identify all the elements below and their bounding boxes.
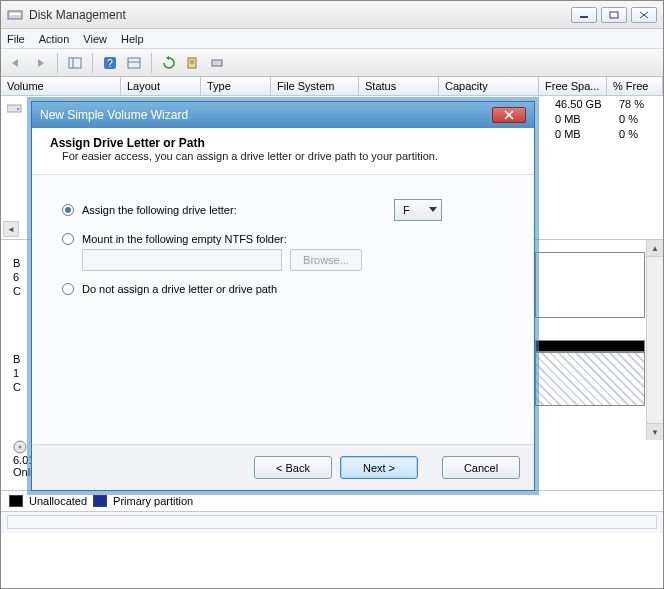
scroll-down-icon[interactable]: ▼ — [647, 423, 663, 440]
svg-rect-6 — [69, 58, 81, 68]
col-layout[interactable]: Layout — [121, 77, 201, 95]
menu-file[interactable]: File — [7, 33, 25, 45]
row0-pct: 78 % — [617, 98, 663, 113]
svg-rect-15 — [212, 60, 222, 66]
back-icon[interactable] — [5, 52, 27, 74]
v-scrollbar[interactable]: ▲ ▼ — [646, 240, 663, 440]
cancel-button[interactable]: Cancel — [442, 456, 520, 479]
show-hide-tree-icon[interactable] — [64, 52, 86, 74]
legend-primary: Primary partition — [113, 495, 193, 507]
legend: Unallocated Primary partition — [1, 490, 663, 511]
svg-rect-10 — [128, 58, 140, 68]
col-status[interactable]: Status — [359, 77, 439, 95]
option-no-letter-row[interactable]: Do not assign a drive letter or drive pa… — [62, 283, 510, 295]
row2-pct: 0 % — [617, 128, 663, 143]
close-button[interactable] — [631, 7, 657, 23]
status-bar — [1, 511, 663, 533]
svg-rect-1 — [10, 13, 20, 15]
back-button[interactable]: < Back — [254, 456, 332, 479]
row1-pct: 0 % — [617, 113, 663, 128]
dialog-title-bar[interactable]: New Simple Volume Wizard — [32, 102, 534, 128]
drive-letter-value: F — [403, 204, 410, 216]
disk0-stub: B 6 C — [13, 256, 21, 298]
volume-list-header: Volume Layout Type File System Status Ca… — [1, 77, 663, 96]
settings-icon[interactable] — [123, 52, 145, 74]
browse-button: Browse... — [290, 249, 362, 271]
svg-rect-3 — [610, 12, 618, 18]
row0-free: 46.50 GB — [549, 98, 617, 113]
cdrom-icon — [13, 440, 27, 454]
dialog-heading: Assign Drive Letter or Path — [50, 136, 516, 150]
col-capacity[interactable]: Capacity — [439, 77, 539, 95]
svg-point-17 — [17, 108, 19, 110]
properties-icon[interactable] — [182, 52, 204, 74]
radio-assign-letter[interactable] — [62, 204, 74, 216]
drive-letter-select[interactable]: F — [394, 199, 442, 221]
menu-view[interactable]: View — [83, 33, 107, 45]
col-volume[interactable]: Volume — [1, 77, 121, 95]
title-bar: Disk Management — [1, 1, 663, 29]
dialog-subheading: For easier access, you can assign a driv… — [50, 150, 516, 162]
row1-free: 0 MB — [549, 113, 617, 128]
toolbar: ? — [1, 49, 663, 77]
menu-action[interactable]: Action — [39, 33, 70, 45]
label-no-letter: Do not assign a drive letter or drive pa… — [82, 283, 277, 295]
h-scroll-left[interactable]: ◄ — [3, 221, 19, 237]
label-mount-folder: Mount in the following empty NTFS folder… — [82, 233, 287, 245]
option-mount-row[interactable]: Mount in the following empty NTFS folder… — [62, 233, 510, 245]
minimize-button[interactable] — [571, 7, 597, 23]
disk1-right-header — [535, 340, 645, 352]
svg-rect-16 — [7, 105, 21, 112]
dialog-body: Assign the following drive letter: F Mou… — [32, 175, 534, 295]
dialog-footer: < Back Next > Cancel — [32, 444, 534, 490]
option-assign-letter-row[interactable]: Assign the following drive letter: F — [62, 199, 442, 221]
disk0-right-partition — [535, 252, 645, 318]
help-icon[interactable]: ? — [99, 52, 121, 74]
mount-path-input — [82, 249, 282, 271]
dialog-title: New Simple Volume Wizard — [40, 108, 492, 122]
menu-bar: File Action View Help — [1, 29, 663, 49]
scroll-up-icon[interactable]: ▲ — [647, 240, 663, 257]
forward-icon[interactable] — [29, 52, 51, 74]
col-percent[interactable]: % Free — [607, 77, 663, 95]
row2-free: 0 MB — [549, 128, 617, 143]
refresh-icon[interactable] — [158, 52, 180, 74]
legend-swatch-primary — [93, 495, 107, 507]
disk1-right-partition — [535, 352, 645, 406]
col-free[interactable]: Free Spa... — [539, 77, 607, 95]
col-type[interactable]: Type — [201, 77, 271, 95]
legend-swatch-unallocated — [9, 495, 23, 507]
radio-mount-folder[interactable] — [62, 233, 74, 245]
disk-management-icon — [7, 7, 23, 23]
disk1-stub: B 1 C — [13, 352, 21, 394]
volume-list-right-columns: 46.50 GB78 % 0 MB0 % 0 MB0 % — [549, 96, 663, 143]
svg-point-19 — [19, 446, 22, 449]
chevron-down-icon — [429, 207, 437, 213]
next-button[interactable]: Next > — [340, 456, 418, 479]
window-title: Disk Management — [29, 8, 571, 22]
legend-unallocated: Unallocated — [29, 495, 87, 507]
menu-help[interactable]: Help — [121, 33, 144, 45]
maximize-button[interactable] — [601, 7, 627, 23]
new-simple-volume-wizard: New Simple Volume Wizard Assign Drive Le… — [31, 101, 535, 491]
radio-no-letter[interactable] — [62, 283, 74, 295]
dialog-close-button[interactable] — [492, 107, 526, 123]
dialog-header: Assign Drive Letter or Path For easier a… — [32, 128, 534, 175]
action-icon[interactable] — [206, 52, 228, 74]
label-assign-letter: Assign the following drive letter: — [82, 204, 237, 216]
volume-row-icon — [1, 100, 25, 116]
svg-text:?: ? — [107, 58, 113, 69]
col-filesystem[interactable]: File System — [271, 77, 359, 95]
